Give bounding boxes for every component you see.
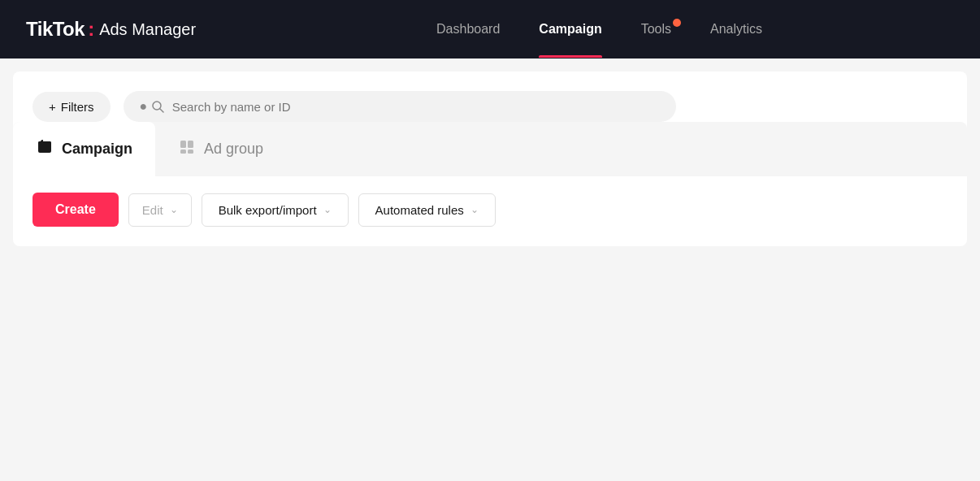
header: TikTok: Ads Manager Dashboard Campaign T… [0,0,980,58]
filters-button[interactable]: + Filters [33,92,111,122]
svg-rect-7 [188,150,193,154]
edit-label: Edit [142,203,163,217]
campaign-tab-icon [36,138,54,160]
tab-adgroup[interactable]: Ad group [155,122,286,176]
edit-chevron-icon: ⌄ [170,204,178,215]
automated-label: Automated rules [375,203,464,217]
automated-chevron-icon: ⌄ [470,204,479,215]
bulk-chevron-icon: ⌄ [323,204,332,215]
logo-colon: : [88,18,94,41]
filters-label: Filters [61,100,94,114]
search-icon: ● [140,99,164,114]
nav-analytics[interactable]: Analytics [710,22,762,37]
svg-rect-3 [38,141,51,145]
svg-line-1 [160,109,163,112]
bulk-label: Bulk export/import [219,203,317,217]
main-nav: Dashboard Campaign Tools Analytics [245,22,954,37]
search-input[interactable] [172,100,660,114]
filter-bar: + Filters ● [33,91,947,122]
logo: TikTok: Ads Manager [26,18,196,41]
adgroup-tab-icon [178,138,196,160]
plus-icon: + [49,100,56,114]
adgroup-tab-label: Ad group [204,141,263,158]
nav-campaign[interactable]: Campaign [539,22,601,37]
campaign-tab-label: Campaign [62,141,132,158]
nav-dashboard[interactable]: Dashboard [436,22,500,37]
automated-rules-button[interactable]: Automated rules ⌄ [358,193,496,227]
svg-rect-4 [180,141,186,148]
logo-ads-manager: Ads Manager [99,20,196,39]
search-bar: ● [124,91,676,122]
main-content: + Filters ● Campaign [13,72,967,246]
svg-rect-5 [188,141,193,148]
edit-button[interactable]: Edit ⌄ [128,193,192,227]
bulk-export-import-button[interactable]: Bulk export/import ⌄ [202,193,349,227]
action-bar: Create Edit ⌄ Bulk export/import ⌄ Autom… [33,176,947,227]
tabs-section: Campaign Ad group [13,122,967,176]
create-button[interactable]: Create [33,193,119,227]
svg-rect-6 [180,150,186,154]
logo-tiktok: TikTok [26,18,85,41]
nav-tools[interactable]: Tools [641,22,671,37]
tools-notification-dot [673,19,681,27]
tab-campaign[interactable]: Campaign [13,122,155,176]
